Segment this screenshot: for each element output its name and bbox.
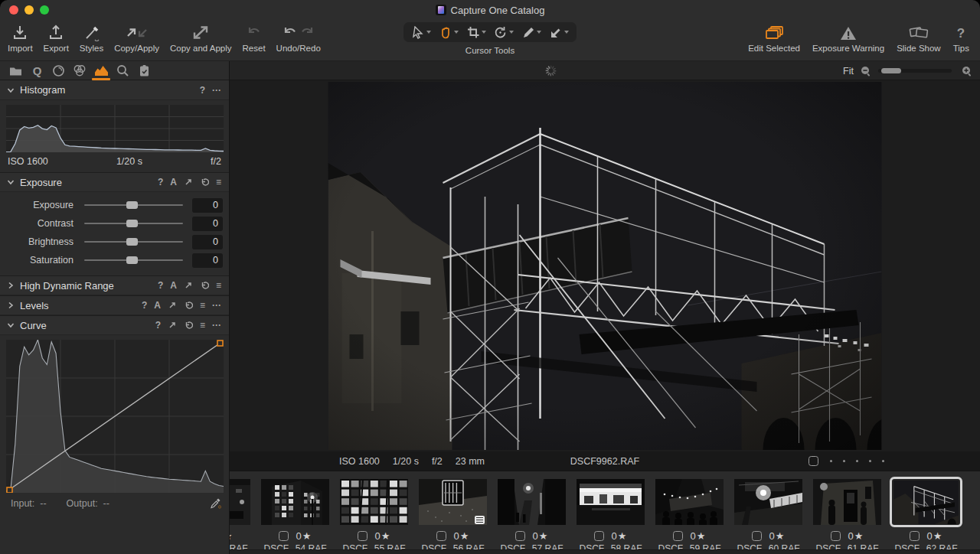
saturation-value-field[interactable]: 0	[192, 253, 223, 268]
thumbnail-rating[interactable]: 0★	[454, 530, 470, 542]
copy-and-apply-button[interactable]: Copy and Apply	[170, 20, 232, 53]
select-checkbox[interactable]	[808, 456, 818, 466]
select-cursor-tool[interactable]	[407, 23, 435, 41]
apply-cursor-tool[interactable]	[545, 23, 573, 41]
hdr-panel-header[interactable]: High Dynamic Range ? A ≡	[0, 275, 229, 295]
more-icon[interactable]: ···	[212, 301, 221, 310]
filmstrip-scrollbar[interactable]	[230, 549, 980, 554]
filmstrip-thumbnail[interactable]	[340, 477, 408, 527]
filmstrip-thumbnail[interactable]	[419, 477, 487, 527]
saturation-slider[interactable]	[84, 251, 183, 269]
exposure-value-field[interactable]: 0	[192, 198, 223, 213]
help-icon[interactable]: ?	[200, 86, 205, 95]
copy-adjustments-icon[interactable]	[168, 321, 177, 330]
thumbnail-checkbox[interactable]	[358, 531, 368, 541]
tool-tab-exposure[interactable]	[90, 61, 112, 80]
reset-adjustments-icon[interactable]	[200, 281, 209, 290]
thumbnail-rating[interactable]: 0★	[927, 530, 943, 542]
thumbnail-checkbox[interactable]	[515, 531, 525, 541]
thumbnail-rating[interactable]: 0★	[769, 530, 786, 542]
presets-icon[interactable]: ≡	[200, 321, 205, 330]
copy-apply-button[interactable]: Copy/Apply	[114, 20, 159, 53]
rating-dot[interactable]	[882, 460, 884, 462]
thumbnail-rating[interactable]: 0★	[375, 530, 391, 542]
tips-button[interactable]: ?Tips	[953, 20, 969, 53]
filmstrip[interactable]: 0★DSCF...53.RAF0★DSCF...54.RAF0★DSCF...5…	[230, 471, 980, 554]
import-button[interactable]: Import	[8, 20, 33, 53]
exposure-panel-header[interactable]: Exposure ? A ≡	[0, 172, 229, 192]
tool-tab-details[interactable]	[112, 61, 133, 80]
tool-tab-metadata[interactable]	[155, 61, 176, 80]
filmstrip-thumbnail[interactable]	[230, 477, 250, 527]
undo-redo-button[interactable]: Undo/Redo	[276, 20, 321, 53]
copy-adjustments-icon[interactable]	[184, 178, 193, 187]
thumbnail-rating[interactable]: 0★	[533, 530, 549, 542]
filmstrip-item[interactable]: 0★DSCF...55.RAF	[338, 477, 410, 554]
tool-tab-color[interactable]	[69, 61, 90, 80]
curve-panel-header[interactable]: Curve ? ≡ ···	[0, 315, 229, 335]
rating-dot[interactable]	[843, 460, 845, 462]
brightness-slider[interactable]	[84, 233, 183, 251]
thumbnail-checkbox[interactable]	[910, 531, 920, 541]
close-button[interactable]	[9, 5, 18, 15]
minimize-button[interactable]	[24, 5, 34, 15]
help-icon[interactable]: ?	[158, 178, 163, 187]
filmstrip-item[interactable]: 0★DSCF...60.RAF	[732, 477, 805, 554]
help-icon[interactable]: ?	[142, 301, 147, 310]
tool-tab-lens[interactable]	[47, 61, 69, 80]
thumbnail-rating[interactable]: 0★	[230, 530, 233, 542]
tool-tab-adjustments[interactable]	[133, 61, 155, 80]
tool-tab-quick[interactable]: Q	[26, 61, 47, 80]
help-icon[interactable]: ?	[158, 281, 163, 290]
filmstrip-item[interactable]: 0★DSCF...58.RAF	[574, 477, 647, 554]
thumbnail-rating[interactable]: 0★	[848, 530, 864, 542]
curve-picker-icon[interactable]	[210, 497, 221, 509]
saturation-slider-handle[interactable]	[126, 256, 138, 264]
thumbnail-checkbox[interactable]	[831, 531, 841, 541]
thumbnail-checkbox[interactable]	[436, 531, 446, 541]
brightness-value-field[interactable]: 0	[192, 235, 223, 249]
thumbnail-checkbox[interactable]	[279, 531, 289, 541]
slide-show-button[interactable]: Slide Show	[897, 20, 941, 53]
presets-icon[interactable]: ≡	[216, 178, 221, 187]
help-icon[interactable]: ?	[155, 321, 161, 330]
reset-button[interactable]: Reset	[243, 20, 266, 53]
filmstrip-thumbnail-selected[interactable]	[890, 477, 962, 527]
crop-tool[interactable]	[462, 23, 490, 41]
filmstrip-item[interactable]: 0★DSCF...53.RAF	[230, 477, 253, 554]
rating-dot[interactable]	[830, 460, 832, 462]
brightness-slider-handle[interactable]	[126, 238, 138, 246]
more-icon[interactable]: ···	[212, 321, 221, 330]
presets-icon[interactable]: ≡	[216, 281, 221, 290]
draw-mask-tool[interactable]	[518, 23, 545, 41]
contrast-slider-handle[interactable]	[126, 220, 138, 227]
zoom-slider[interactable]	[878, 69, 952, 73]
thumbnail-rating[interactable]: 0★	[691, 530, 707, 542]
tool-tab-library-folder[interactable]	[5, 61, 26, 80]
filmstrip-item[interactable]: 0★DSCF...56.RAF	[416, 477, 489, 554]
more-icon[interactable]: ···	[212, 86, 221, 95]
filmstrip-thumbnail[interactable]	[734, 477, 802, 527]
curve-plot[interactable]	[6, 340, 224, 493]
styles-button[interactable]: Styles	[80, 20, 103, 53]
filmstrip-thumbnail[interactable]	[261, 477, 329, 527]
filmstrip-item[interactable]: 0★DSCF...61.RAF	[811, 477, 884, 554]
filmstrip-thumbnail[interactable]	[498, 477, 566, 527]
auto-adjust-icon[interactable]: A	[154, 301, 161, 310]
zoom-out-icon[interactable]	[861, 66, 871, 77]
filmstrip-item[interactable]: 0★DSCF...62.RAF	[890, 477, 962, 554]
reset-adjustments-icon[interactable]	[200, 178, 209, 187]
auto-adjust-icon[interactable]: A	[170, 281, 177, 290]
contrast-value-field[interactable]: 0	[192, 217, 223, 231]
thumbnail-checkbox[interactable]	[673, 531, 683, 541]
exposure-warning-button[interactable]: Exposure Warning	[812, 20, 884, 53]
filmstrip-item[interactable]: 0★DSCF...59.RAF	[653, 477, 726, 554]
filmstrip-item[interactable]: 0★DSCF...57.RAF	[495, 477, 568, 554]
edit-selected-button[interactable]: Edit Selected	[748, 20, 800, 53]
thumbnail-checkbox[interactable]	[752, 531, 762, 541]
rotate-tool[interactable]	[490, 23, 518, 41]
zoom-button[interactable]	[40, 5, 49, 15]
levels-panel-header[interactable]: Levels ? A ≡ ···	[0, 295, 229, 315]
reset-adjustments-icon[interactable]	[184, 301, 193, 310]
export-button[interactable]: Export	[44, 20, 69, 53]
